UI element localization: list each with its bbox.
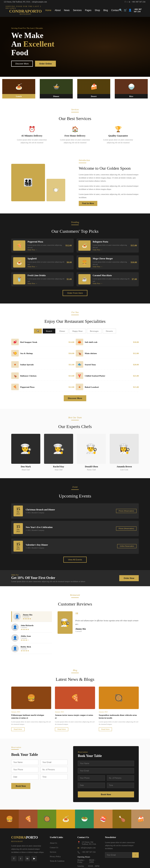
reservation-name-input[interactable] bbox=[11, 760, 38, 765]
footer-youtube-btn[interactable]: ▶ bbox=[31, 856, 37, 861]
nav-pages[interactable]: Pages bbox=[85, 9, 91, 11]
pick-lime-price: $5.00 bbox=[67, 278, 72, 281]
twitter-icon[interactable]: t bbox=[127, 1, 127, 3]
spec-lasabart-left: 🍝 Baked Lasabart bbox=[76, 384, 99, 390]
footer-link-about-a[interactable]: About Us bbox=[50, 842, 57, 844]
res-card-book-button[interactable]: Book Now bbox=[78, 792, 134, 798]
pick-burger-info: Mega Cheese Burger Lorem ipsum dolor sit… bbox=[93, 257, 129, 267]
spec-seared-tuna-price: $20.00 bbox=[133, 364, 139, 366]
footer-link-services-a[interactable]: Services bbox=[50, 851, 56, 853]
footer-link-privacy-a[interactable]: Privacy Policy bbox=[50, 856, 61, 858]
nav-home[interactable]: Home bbox=[46, 9, 51, 11]
footer-link-contact-a[interactable]: Contact Us bbox=[50, 846, 58, 848]
pick-pepperoni-price: $12.00 bbox=[66, 244, 72, 247]
spec-lasabart-img: 🍝 bbox=[76, 384, 83, 390]
reservation-persons-input[interactable] bbox=[40, 767, 67, 772]
nav-news[interactable]: News bbox=[64, 9, 69, 11]
facebook-icon[interactable]: f bbox=[125, 1, 125, 3]
event-christmas-btn[interactable]: Phone (Reservation) bbox=[116, 509, 137, 513]
reviewer-bobby[interactable]: 👤 Bobby Rick Customer ★★★★★ bbox=[11, 643, 52, 654]
order-online-button[interactable]: Order Online bbox=[35, 61, 56, 67]
nav-contact[interactable]: Contact bbox=[111, 9, 119, 11]
news-grid: 🍔 January 2021 Pellentesque habitant mor… bbox=[11, 687, 139, 731]
search-icon[interactable]: 🔍 bbox=[119, 9, 122, 12]
event-valentine-btn[interactable]: Online Reservation bbox=[117, 544, 137, 548]
nav-about[interactable]: About bbox=[55, 9, 61, 11]
chef-donald-title: Pastry Chef bbox=[77, 469, 106, 471]
gallery-3: 🥘 bbox=[37, 810, 56, 828]
reviewer-abilia-role: Customer bbox=[21, 637, 31, 639]
gallery-7: 🍗 bbox=[113, 810, 131, 828]
newsletter-email-input[interactable] bbox=[105, 852, 132, 858]
spec-red-snapper-img: 🥩 bbox=[11, 339, 19, 345]
view-all-events-button[interactable]: View All Events bbox=[63, 557, 86, 563]
nav-services[interactable]: Services bbox=[73, 9, 82, 11]
linkedin-icon[interactable]: in bbox=[129, 1, 130, 3]
pick-bolognese-order[interactable]: Order Now → bbox=[93, 249, 129, 251]
reviewer-abilia[interactable]: 👤 Abilia Joan Customer ★★★★☆ bbox=[11, 633, 52, 643]
order-now-button[interactable]: Order Now bbox=[119, 575, 139, 581]
reservation-time-input[interactable] bbox=[40, 774, 67, 780]
nav-blog[interactable]: Blog bbox=[103, 9, 108, 11]
reservation-email-input[interactable] bbox=[40, 760, 67, 765]
category-desert[interactable]: 🍰 Desert bbox=[75, 77, 113, 101]
reviewer-john[interactable]: 👤 John Richards Customer ★★★★★ bbox=[11, 622, 52, 633]
tab-desserts[interactable]: Desserts bbox=[103, 329, 116, 334]
news-read-more-3[interactable]: Read More bbox=[99, 727, 112, 731]
nav-shop[interactable]: Shop bbox=[95, 9, 100, 11]
pick-lime: 🥤 Fresh Lime Drinks Lorem ipsum dolor si… bbox=[11, 272, 74, 286]
pick-lime-name: Fresh Lime Drinks bbox=[28, 274, 64, 277]
res-card-phone-input[interactable] bbox=[78, 775, 105, 781]
res-card-email-input[interactable] bbox=[78, 768, 134, 773]
pick-pepperoni-order[interactable]: Order Now → bbox=[28, 249, 63, 251]
cart-icon[interactable]: 🛒 bbox=[124, 9, 127, 12]
tab-icon-brunch[interactable]: 🍳 bbox=[34, 329, 42, 334]
reservation-phone-input[interactable] bbox=[11, 767, 38, 772]
footer-facebook-btn[interactable]: f bbox=[11, 856, 17, 861]
news-read-more-1[interactable]: Read More bbox=[11, 727, 25, 731]
category-dinner[interactable]: 🍲 Dinner bbox=[37, 77, 75, 101]
res-card-row-1 bbox=[78, 775, 134, 783]
pick-lime-order[interactable]: Order Now → bbox=[28, 282, 64, 284]
service-delivery-desc: Lorem ipsum dolor sit amet consectetur a… bbox=[13, 138, 51, 144]
book-now-button[interactable]: Book Now bbox=[11, 783, 30, 789]
events-label: Event bbox=[11, 486, 139, 489]
res-card-title: Book Your Table bbox=[78, 754, 134, 758]
discover-more-button[interactable]: Discover More bbox=[11, 61, 33, 67]
chef-rachel: 👩‍🍳 Rachel Ray Sous Chef bbox=[44, 434, 73, 471]
reviews-title: Customer Reviews bbox=[11, 601, 139, 607]
divider-about bbox=[79, 163, 86, 163]
tab-happy-hour[interactable]: Happy Hour bbox=[69, 329, 86, 334]
res-card-time-input[interactable] bbox=[107, 783, 134, 788]
tab-dinner[interactable]: Dinner bbox=[56, 329, 68, 334]
discover-more-spec-button[interactable]: Discover More bbox=[64, 395, 86, 401]
phone-icon: 📞 bbox=[78, 851, 80, 854]
category-rice[interactable]: 🍚 Rice bbox=[113, 77, 150, 101]
footer-twitter-btn[interactable]: t bbox=[18, 856, 23, 861]
reservation-phone-row bbox=[11, 767, 67, 772]
footer-link-privacy: Privacy Policy bbox=[50, 855, 72, 858]
newsletter-submit-button[interactable]: → bbox=[132, 852, 139, 858]
order-from-here-button[interactable]: Order From Here bbox=[63, 290, 87, 296]
user-icon[interactable]: 👤 bbox=[128, 9, 131, 12]
reviewer-jimmy[interactable]: 👤 Jimmy Rio Customer ★★★★★ bbox=[11, 611, 52, 622]
reservation-date-input[interactable] bbox=[11, 774, 38, 780]
footer-link-terms-a[interactable]: Terms & Condition bbox=[50, 860, 64, 862]
pick-spaghetti-order[interactable]: Order Now → bbox=[28, 266, 64, 268]
event-newyear-btn[interactable]: Phone (Reservation) bbox=[116, 526, 137, 531]
res-card-persons-input[interactable] bbox=[107, 775, 134, 781]
pick-burger-order[interactable]: Order Now → bbox=[93, 266, 129, 268]
chef-don: 👨‍🍳 Don Mark Head Chef bbox=[11, 434, 40, 471]
reviewer-bobby-avatar: 👤 bbox=[11, 645, 19, 652]
reviews-layout: 👤 Jimmy Rio Customer ★★★★★ 👤 John Richar… bbox=[11, 611, 139, 654]
pick-caramel-order[interactable]: Order Now → bbox=[93, 282, 130, 284]
category-lunch[interactable]: 🍝 Lunch bbox=[0, 77, 37, 101]
find-more-button[interactable]: Find Us More bbox=[79, 201, 97, 206]
footer-linkedin-btn[interactable]: in bbox=[25, 856, 30, 861]
spec-ballouser-left: 🍗 Ballouser Chicken bbox=[11, 372, 36, 379]
tab-brunch[interactable]: Brunch bbox=[43, 329, 55, 334]
res-card-name-input[interactable] bbox=[78, 761, 134, 766]
res-card-date-input[interactable] bbox=[78, 783, 105, 788]
news-read-more-2[interactable]: Read More bbox=[55, 727, 68, 731]
tab-beverages[interactable]: Beverages bbox=[87, 329, 102, 334]
